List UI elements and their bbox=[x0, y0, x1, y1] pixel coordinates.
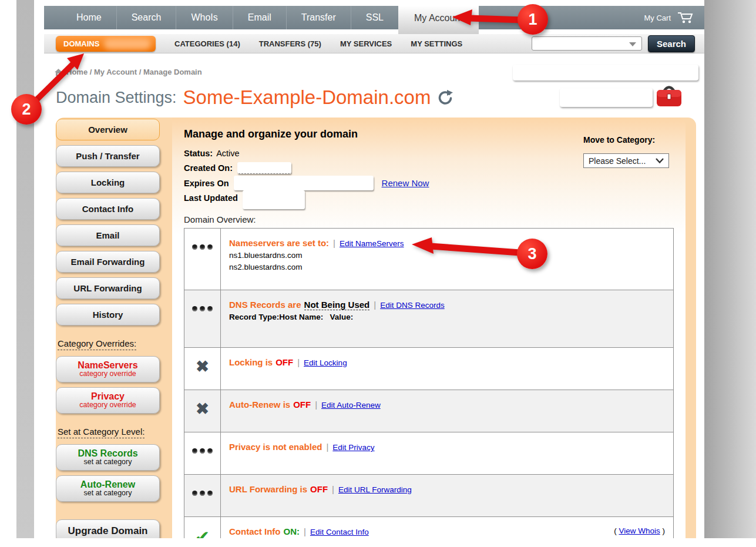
separator: | bbox=[300, 526, 310, 536]
tab-ssl[interactable]: SSL bbox=[351, 6, 398, 29]
row-status-icon-cell bbox=[184, 475, 221, 516]
upgrade-domain-button[interactable]: Upgrade Domain bbox=[56, 519, 160, 538]
edit-link-edit-auto-renew[interactable]: Edit Auto-Renew bbox=[321, 401, 381, 410]
dot bbox=[207, 306, 213, 311]
redacted-updated-date bbox=[243, 190, 305, 209]
sidebar-item-overview[interactable]: Overview bbox=[56, 119, 160, 140]
row-status-text: OFF bbox=[293, 400, 311, 410]
search-button[interactable]: Search bbox=[648, 35, 695, 52]
row-body: Locking isOFF|Edit Locking bbox=[221, 348, 673, 390]
row-title: URL Forwarding isOFF|Edit URL Forwarding bbox=[229, 484, 665, 494]
sidebar-item-email-forwarding[interactable]: Email Forwarding bbox=[56, 251, 160, 273]
row-body: URL Forwarding isOFF|Edit URL Forwarding bbox=[221, 475, 673, 516]
subnav-item-transfers-75-[interactable]: TRANSFERS (75) bbox=[259, 39, 321, 48]
edit-link-edit-nameservers[interactable]: Edit NameServers bbox=[340, 239, 404, 248]
row-status-text: Not Being Used bbox=[304, 300, 370, 310]
tab-whois[interactable]: WhoIs bbox=[176, 6, 232, 29]
status-value: Active bbox=[216, 149, 240, 158]
view-whois-link[interactable]: View Whois bbox=[619, 526, 660, 535]
domain-name: Some-Example-Domain.com bbox=[183, 86, 431, 109]
dot bbox=[192, 448, 197, 454]
home-icon bbox=[55, 69, 62, 76]
dot bbox=[200, 491, 205, 496]
tab-email[interactable]: Email bbox=[233, 6, 286, 29]
annotation-marker-2: 2 bbox=[11, 94, 42, 125]
row-detail-line: ns1.bluestardns.com bbox=[229, 251, 665, 260]
separator: | bbox=[322, 442, 332, 452]
dot bbox=[200, 448, 205, 454]
three-dots-icon bbox=[192, 491, 213, 516]
sidebar-button-privacy[interactable]: Privacycategory override bbox=[56, 387, 160, 414]
sidebar-item-history[interactable]: History bbox=[56, 304, 160, 325]
subnav-item-my-services[interactable]: MY SERVICES bbox=[340, 39, 392, 48]
table-row: URL Forwarding isOFF|Edit URL Forwarding bbox=[184, 475, 673, 517]
dot bbox=[192, 306, 197, 311]
redacted-box bbox=[513, 65, 698, 80]
row-title: Nameservers are set to:|Edit NameServers bbox=[229, 238, 665, 248]
sidebar-item-push-transfer[interactable]: Push / Transfer bbox=[56, 145, 160, 167]
row-status-text: ON: bbox=[284, 526, 300, 536]
row-status-icon-cell bbox=[184, 229, 221, 290]
table-row: DNS Records areNot Being Used|Edit DNS R… bbox=[184, 290, 673, 348]
edit-link-edit-dns-records[interactable]: Edit DNS Records bbox=[380, 301, 445, 310]
redacted-box bbox=[560, 88, 653, 107]
toolbox-icon[interactable] bbox=[655, 83, 683, 111]
row-title-text: Privacy is not enabled bbox=[229, 442, 322, 452]
button-subtitle: category override bbox=[79, 370, 136, 378]
refresh-icon[interactable] bbox=[438, 90, 453, 109]
tab-my-account[interactable]: My Account bbox=[398, 6, 479, 34]
subnav-item-categories-14-[interactable]: CATEGORIES (14) bbox=[174, 39, 240, 48]
search-input[interactable] bbox=[532, 36, 642, 51]
sidebar-button-nameservers[interactable]: NameServerscategory override bbox=[56, 356, 160, 382]
redacted-expiry-date bbox=[234, 176, 374, 190]
row-status-icon-cell bbox=[184, 290, 221, 347]
redacted-blur bbox=[104, 38, 151, 49]
breadcrumb-text[interactable]: Home / My Account / Manage Domain bbox=[66, 68, 202, 76]
row-title-text: Auto-Renew is bbox=[229, 400, 290, 410]
edit-link-edit-url-forwarding[interactable]: Edit URL Forwarding bbox=[338, 485, 412, 494]
category-select[interactable]: Please Select... bbox=[583, 153, 669, 168]
row-title: Locking isOFF|Edit Locking bbox=[229, 357, 665, 367]
annotation-marker-3: 3 bbox=[517, 239, 547, 269]
tab-search[interactable]: Search bbox=[116, 6, 176, 29]
my-cart[interactable]: My Cart bbox=[644, 6, 705, 29]
expires-row: Expires On Renew Now bbox=[184, 176, 674, 190]
renew-now-link[interactable]: Renew Now bbox=[382, 178, 429, 188]
subnav-item-domains-active[interactable]: DOMAINS bbox=[56, 36, 156, 52]
chevron-down-icon bbox=[656, 158, 664, 163]
x-icon: ✖ bbox=[196, 401, 209, 432]
tab-transfer[interactable]: Transfer bbox=[286, 6, 351, 29]
sidebar-item-email[interactable]: Email bbox=[56, 224, 160, 246]
row-title: Contact InfoON:|Edit Contact Info bbox=[229, 526, 665, 536]
button-subtitle: set at category bbox=[84, 458, 132, 466]
dot bbox=[207, 491, 213, 496]
chevron-down-icon[interactable] bbox=[629, 42, 636, 46]
overrides-label: Category Overrides: bbox=[58, 338, 136, 350]
row-status-text: OFF bbox=[310, 484, 328, 494]
cart-icon bbox=[676, 11, 694, 24]
sidebar-item-url-forwarding[interactable]: URL Forwarding bbox=[56, 277, 160, 299]
dot bbox=[200, 306, 205, 311]
row-title-text: DNS Records are bbox=[229, 300, 301, 310]
subnav-item-my-settings[interactable]: MY SETTINGS bbox=[411, 39, 462, 48]
separator: | bbox=[293, 357, 304, 367]
edit-link-edit-contact-info[interactable]: Edit Contact Info bbox=[310, 528, 369, 536]
row-status-icon-cell bbox=[184, 432, 221, 474]
row-body: Auto-Renew isOFF|Edit Auto-Renew bbox=[221, 390, 673, 432]
row-body: DNS Records areNot Being Used|Edit DNS R… bbox=[221, 290, 673, 347]
sidebar-button-auto-renew[interactable]: Auto-Renewset at category bbox=[56, 475, 160, 502]
row-title: Privacy is not enabled|Edit Privacy bbox=[229, 442, 665, 452]
updated-label: Last Updated bbox=[184, 193, 238, 203]
three-dots-icon bbox=[192, 448, 213, 474]
edit-link-edit-privacy[interactable]: Edit Privacy bbox=[332, 443, 374, 452]
sidebar-item-locking[interactable]: Locking bbox=[56, 172, 160, 193]
sidebar-button-dns-records[interactable]: DNS Recordsset at category bbox=[56, 444, 160, 471]
title-prefix: Domain Settings: bbox=[56, 89, 177, 107]
tab-home[interactable]: Home bbox=[62, 6, 116, 29]
sidebar-item-contact-info[interactable]: Contact Info bbox=[56, 198, 160, 220]
my-cart-label: My Cart bbox=[644, 14, 671, 22]
three-dots-icon bbox=[192, 306, 213, 347]
created-label: Created On: bbox=[184, 163, 233, 173]
separator: | bbox=[311, 400, 321, 410]
edit-link-edit-locking[interactable]: Edit Locking bbox=[304, 358, 347, 367]
